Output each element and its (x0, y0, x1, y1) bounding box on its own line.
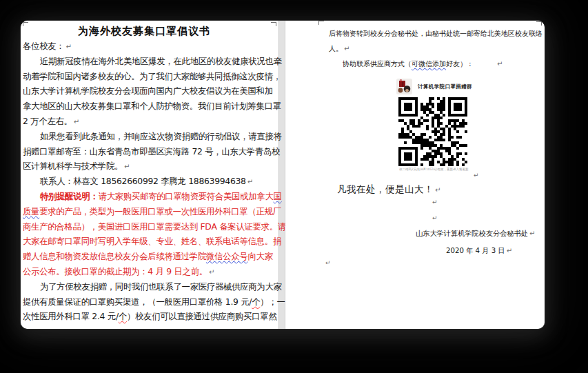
paragraph-mark-icon: ↵ (247, 178, 253, 185)
document-window: 为海外校友募集口罩倡议书 各位校友：↵近期新冠疫情在海外北美地区爆发，在此地区的… (21, 21, 545, 329)
text-segment: 后将物资转到校友分会秘书处，由秘书处统一邮寄给北美地区校友联络 (329, 30, 543, 37)
text-segment: 国 (274, 191, 282, 201)
text-line[interactable]: 特别提醒说明：请大家购买邮寄的口罩物资要符合美国或加拿大国 (23, 189, 278, 204)
text-segment: 特别提醒说明： (40, 191, 99, 201)
paragraph-mark-icon: ↵ (507, 247, 512, 254)
paragraph-mark-icon: ↵ (529, 230, 535, 237)
text-segment: 好友）： (446, 60, 474, 68)
text-line[interactable]: 拿大地区的山大校友募集口罩和个人防护物资。我们目前计划筹集口罩 (23, 99, 278, 114)
text-segment: ）校友们可以直接通过供应商购买口罩然 (127, 311, 277, 321)
paragraph-mark-icon: ↵ (74, 118, 79, 125)
document-title: 为海外校友募集口罩倡议书 (21, 25, 267, 38)
text-segment: 近期新冠疫情在海外北美地区爆发，在此地区的校友健康状况也牵 (40, 56, 282, 66)
text-segment: 可微信添加 (412, 60, 446, 68)
text-line[interactable]: 大家在邮寄口罩同时写明入学年级、专业、姓名、联系电话等信息。捐 (23, 234, 278, 249)
paragraph-mark-icon: ↵ (432, 199, 438, 205)
document-page-2[interactable]: 后将物资转到校友分会秘书处，由秘书处统一邮寄给北美地区校友联络人。↵协助联系供应… (285, 21, 545, 329)
text-line[interactable]: 捐赠口罩邮寄至：山东省青岛市即墨区滨海路 72 号，山东大学青岛校 (23, 144, 278, 159)
text-line[interactable]: 各位校友：↵ (23, 39, 278, 54)
paragraph-mark-icon: ↵ (209, 268, 214, 276)
text-segment: 为了方便校友捐赠，同时我们也联系了一家医疗器械供应商为大家 (40, 281, 282, 292)
text-segment: 提供有质量保证的口罩购买渠道，（一般医用口罩价格 1.9 元/ (23, 296, 252, 307)
text-line[interactable]: 后将物资转到校友分会秘书处，由秘书处统一邮寄给北美地区校友联络 (329, 26, 544, 41)
text-segment: 微信公众号 (206, 251, 247, 261)
text-line[interactable]: 区计算机科学与技术学院。↵ (23, 159, 278, 174)
text-segment: 请大家购买邮寄的口罩物资要符合美国或加拿大 (99, 191, 274, 201)
paragraph-mark-icon: ↵ (124, 163, 130, 170)
slogan-text: 凡我在处，便是山大！ (337, 183, 434, 194)
margin-corner-mark (318, 21, 324, 25)
text-segment: 次性医用外科口罩 2.4 元/ (23, 311, 119, 321)
text-segment: 联系人：林喜文 18562660992 李腾龙 18863994638 (40, 176, 246, 186)
text-line[interactable]: 动着学院和国内诸多校友的心。为了我们大家能够共同抵御这次疫情， (23, 69, 278, 84)
text-segment: 质量 (23, 206, 39, 216)
text-segment: 动着学院和国内诸多校友的心。为了我们大家能够共同抵御这次疫情， (23, 71, 281, 81)
text-segment: 要求的产品，类型为一般医用口罩或一次性医用外科口罩（正规厂 (39, 206, 281, 216)
document-page-1[interactable]: 为海外校友募集口罩倡议书 各位校友：↵近期新冠疫情在海外北美地区爆发，在此地区的… (21, 21, 278, 329)
wechat-group-name: 计算机学院口罩捐赠群 (418, 83, 472, 90)
text-segment: 大家在邮寄口罩同时写明入学年级、专业、姓名、联系电话等信息。捐 (23, 236, 281, 246)
text-line[interactable]: 商生产的合格品），美国进口医用口罩需要达到 FDA 备案认证要求。请 (23, 219, 278, 234)
paragraph-mark-icon: ↵ (474, 172, 479, 179)
qr-validity-note: 该二维码7天内(4月10日前)有效，重新进入将更新 (399, 168, 467, 172)
page2-body: 后将物资转到校友分会秘书处，由秘书处统一邮寄给北美地区校友联络人。↵协助联系供应… (329, 26, 544, 71)
text-segment: 个 (119, 311, 127, 321)
text-segment: 捐赠口罩邮寄至：山东省青岛市即墨区滨海路 72 号，山东大学青岛校 (23, 146, 280, 157)
margin-corner-mark (271, 22, 276, 26)
qr-code-image (398, 97, 468, 167)
paragraph-mark-icon: ↵ (432, 214, 438, 221)
text-line[interactable]: 协助联系供应商方式（可微信添加好友）：↵ (329, 57, 544, 72)
text-segment: 公示公布。接收口罩的截止期为：4 月 9 日之前。 (23, 266, 207, 276)
text-segment: ）；一 (260, 296, 285, 307)
text-segment: 赠人信息和物资发放信息校友分会后续将通过学院 (23, 251, 206, 261)
date-line[interactable]: 2020 年 4 月 3 日↵ (446, 246, 512, 256)
signature-text: 山东大学计算机学院校友分会秘书处 (416, 230, 528, 237)
text-line[interactable]: 山东大学计算机学院校友分会现面向国内广大校友倡议为在美国和加 (23, 83, 278, 99)
text-segment: 区计算机科学与技术学院。 (23, 161, 123, 171)
slogan-line[interactable]: 凡我在处，便是山大！↵ (337, 183, 441, 196)
text-segment: 协助联系供应商方式（ (343, 60, 412, 68)
text-line[interactable]: 联系人：林喜文 18562660992 李腾龙 18863994638↵ (23, 174, 278, 189)
text-segment: 商生产的合格品），美国进口医用口罩需要达到 FDA 备案认证要求。请 (23, 221, 286, 232)
paragraph-mark-icon: ↵ (65, 43, 71, 50)
text-line[interactable]: 公示公布。接收口罩的截止期为：4 月 9 日之前。↵ (23, 264, 278, 279)
page1-body: 各位校友：↵近期新冠疫情在海外北美地区爆发，在此地区的校友健康状况也牵动着学院和… (23, 39, 278, 324)
text-segment: 拿大地区的山大校友募集口罩和个人防护物资。我们目前计划筹集口罩 (23, 101, 281, 111)
margin-corner-mark (536, 21, 542, 26)
paragraph-mark-icon: ↵ (344, 45, 349, 52)
text-line[interactable]: 人。↵ (329, 41, 544, 57)
text-line[interactable]: 次性医用外科口罩 2.4 元/个）校友们可以直接通过供应商购买口罩然 (23, 309, 278, 324)
text-segment: 向大家 (247, 251, 272, 261)
text-line[interactable]: 2 万个左右。↵ (23, 114, 278, 129)
text-line[interactable]: 为了方便校友捐赠，同时我们也联系了一家医疗器械供应商为大家 (23, 279, 278, 294)
paragraph-mark-icon: ↵ (497, 60, 503, 68)
wechat-group-avatar (396, 79, 412, 94)
text-line[interactable]: 质量要求的产品，类型为一般医用口罩或一次性医用外科口罩（正规厂 (23, 204, 278, 219)
text-segment: 山东大学计算机学院校友分会现面向国内广大校友倡议为在美国和加 (23, 85, 273, 96)
text-segment: 人。 (329, 45, 343, 52)
paragraph-mark-icon: ↵ (325, 259, 331, 266)
text-line[interactable]: 如果您看到此条通知，并响应这次物资捐赠的行动倡议，请直接将 (23, 129, 278, 144)
text-segment: 2 万个左右。 (23, 116, 72, 126)
text-segment: 如果您看到此条通知，并响应这次物资捐赠的行动倡议，请直接将 (40, 131, 282, 141)
paragraph-mark-icon: ↵ (435, 186, 441, 194)
date-text: 2020 年 4 月 3 日 (446, 247, 505, 254)
text-line[interactable]: 提供有质量保证的口罩购买渠道，（一般医用口罩价格 1.9 元/个）；一 (23, 294, 278, 310)
text-segment: 各位校友： (23, 41, 64, 51)
text-line[interactable]: 近期新冠疫情在海外北美地区爆发，在此地区的校友健康状况也牵 (23, 54, 278, 69)
text-line[interactable]: 赠人信息和物资发放信息校友分会后续将通过学院微信公众号向大家 (23, 249, 278, 264)
signature-line[interactable]: 山东大学计算机学院校友分会秘书处↵ (416, 229, 535, 239)
text-segment: 个 (252, 296, 260, 307)
